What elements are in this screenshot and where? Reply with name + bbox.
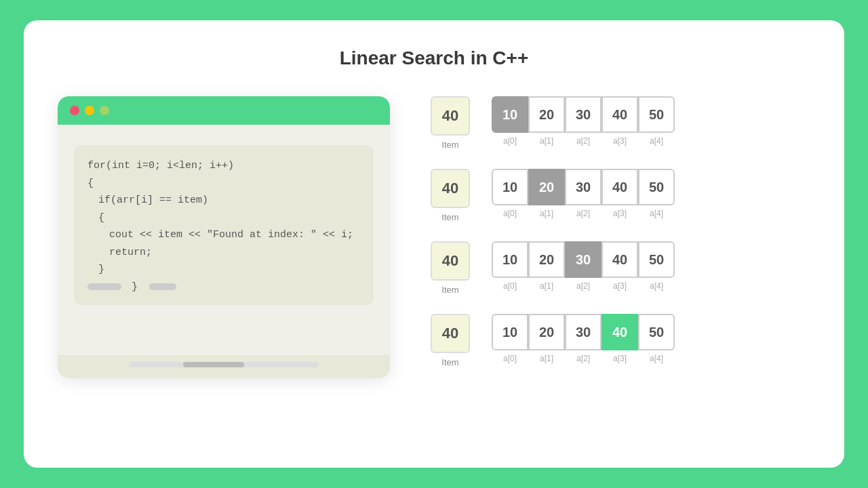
code-body: for(int i=0; i<len; i++) { if(arr[i] == … <box>58 125 390 355</box>
cell-1-3: 40 <box>601 169 638 205</box>
array-row-3: 40Item1020304050a[0]a[1]a[2]a[3]a[4] <box>431 314 810 367</box>
array-cells-2: 1020304050 <box>492 241 675 278</box>
cell-2-3: 40 <box>601 241 638 278</box>
index-label-3-1: a[1] <box>528 354 565 363</box>
page-title: Linear Search in C++ <box>58 47 810 69</box>
cell-1-4: 50 <box>638 169 675 205</box>
array-indices-2: a[0]a[1]a[2]a[3]a[4] <box>492 278 675 291</box>
item-box-wrap-1: 40Item <box>431 169 470 222</box>
cell-0-3: 40 <box>601 96 638 133</box>
array-cells-0: 1020304050 <box>492 96 675 133</box>
code-line-2: { <box>87 175 360 192</box>
index-label-1-2: a[2] <box>565 209 601 218</box>
code-bar-2 <box>149 283 176 290</box>
array-indices-1: a[0]a[1]a[2]a[3]a[4] <box>492 205 675 218</box>
index-label-1-3: a[3] <box>601 209 638 218</box>
index-label-2-4: a[4] <box>638 281 675 291</box>
scrollbar-track[interactable] <box>129 362 319 367</box>
code-line-6: return; <box>109 244 360 262</box>
code-block: for(int i=0; i<len; i++) { if(arr[i] == … <box>74 145 374 305</box>
code-line-4: { <box>98 209 360 227</box>
index-label-0-0: a[0] <box>492 136 528 146</box>
index-label-2-2: a[2] <box>565 281 601 291</box>
dot-red <box>70 106 79 115</box>
code-line-8: } <box>87 279 360 296</box>
cell-1-2: 30 <box>565 169 601 205</box>
index-label-1-4: a[4] <box>638 209 675 218</box>
content-area: for(int i=0; i<len; i++) { if(arr[i] == … <box>58 96 810 378</box>
cell-0-2: 30 <box>565 96 601 133</box>
item-box-0: 40 <box>431 96 470 136</box>
item-label-0: Item <box>441 140 458 150</box>
array-wrap-1: 1020304050a[0]a[1]a[2]a[3]a[4] <box>492 169 675 218</box>
item-box-wrap-0: 40Item <box>431 96 470 150</box>
cell-2-4: 50 <box>638 241 675 278</box>
cell-3-4: 50 <box>638 314 675 350</box>
code-line-3: if(arr[i] == item) <box>98 192 360 209</box>
array-wrap-3: 1020304050a[0]a[1]a[2]a[3]a[4] <box>492 314 675 363</box>
index-label-1-0: a[0] <box>492 209 528 218</box>
scrollbar-area <box>58 355 390 378</box>
cell-0-0: 10 <box>492 96 528 133</box>
cell-3-3: 40 <box>601 314 638 350</box>
array-indices-0: a[0]a[1]a[2]a[3]a[4] <box>492 133 675 146</box>
dot-green <box>100 106 109 115</box>
item-box-3: 40 <box>431 314 470 353</box>
index-label-3-0: a[0] <box>492 354 528 363</box>
index-label-2-3: a[3] <box>601 281 638 291</box>
index-label-0-1: a[1] <box>528 136 565 146</box>
cell-3-2: 30 <box>565 314 601 350</box>
scrollbar-thumb[interactable] <box>183 362 244 367</box>
item-box-2: 40 <box>431 241 470 281</box>
cell-2-0: 10 <box>492 241 528 278</box>
index-label-1-1: a[1] <box>528 209 565 218</box>
cell-0-4: 50 <box>638 96 675 133</box>
cell-3-1: 20 <box>528 314 565 350</box>
index-label-0-4: a[4] <box>638 136 675 146</box>
array-wrap-2: 1020304050a[0]a[1]a[2]a[3]a[4] <box>492 241 675 291</box>
array-row-1: 40Item1020304050a[0]a[1]a[2]a[3]a[4] <box>431 169 810 222</box>
code-window: for(int i=0; i<len; i++) { if(arr[i] == … <box>58 96 390 378</box>
cell-1-1: 20 <box>528 169 565 205</box>
array-cells-1: 1020304050 <box>492 169 675 205</box>
cell-3-0: 10 <box>492 314 528 350</box>
item-label-1: Item <box>441 212 458 222</box>
array-indices-3: a[0]a[1]a[2]a[3]a[4] <box>492 350 675 363</box>
array-cells-3: 1020304050 <box>492 314 675 350</box>
index-label-3-3: a[3] <box>601 354 638 363</box>
arrays-section: 40Item1020304050a[0]a[1]a[2]a[3]a[4]40It… <box>431 96 810 367</box>
code-titlebar <box>58 96 390 125</box>
array-row-2: 40Item1020304050a[0]a[1]a[2]a[3]a[4] <box>431 241 810 295</box>
array-row-0: 40Item1020304050a[0]a[1]a[2]a[3]a[4] <box>431 96 810 150</box>
main-card: Linear Search in C++ for(int i=0; i<len;… <box>24 20 844 468</box>
dot-yellow <box>85 106 94 115</box>
item-box-wrap-3: 40Item <box>431 314 470 367</box>
cell-2-1: 20 <box>528 241 565 278</box>
cell-1-0: 10 <box>492 169 528 205</box>
item-box-wrap-2: 40Item <box>431 241 470 295</box>
code-bar-1 <box>87 283 121 290</box>
index-label-0-2: a[2] <box>565 136 601 146</box>
index-label-2-0: a[0] <box>492 281 528 291</box>
item-box-1: 40 <box>431 169 470 208</box>
cell-0-1: 20 <box>528 96 565 133</box>
cell-2-2: 30 <box>565 241 601 278</box>
code-line-5: cout << item << "Found at index: " << i; <box>109 226 360 244</box>
item-label-2: Item <box>441 285 458 295</box>
index-label-3-4: a[4] <box>638 354 675 363</box>
index-label-2-1: a[1] <box>528 281 565 291</box>
code-line-7: } <box>98 261 360 279</box>
array-wrap-0: 1020304050a[0]a[1]a[2]a[3]a[4] <box>492 96 675 146</box>
code-line-1: for(int i=0; i<len; i++) <box>87 157 360 175</box>
item-label-3: Item <box>441 357 458 367</box>
index-label-0-3: a[3] <box>601 136 638 146</box>
index-label-3-2: a[2] <box>565 354 601 363</box>
